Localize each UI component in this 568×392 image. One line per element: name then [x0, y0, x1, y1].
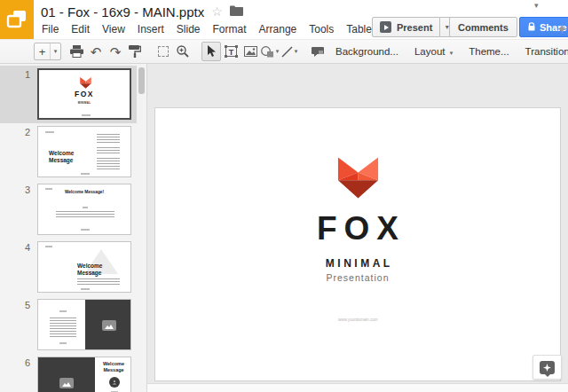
zoom-icon[interactable]	[173, 42, 193, 61]
comments-button[interactable]: Comments	[449, 17, 517, 37]
menu-insert[interactable]: Insert	[138, 23, 164, 35]
google-slides-app: 01 - Fox - 16x9 - MAIN.pptx ☆ File Edit …	[0, 0, 568, 392]
menu-view[interactable]: View	[102, 23, 125, 35]
thumb4-heading: Welcome Message	[77, 263, 111, 277]
insert-image-icon[interactable]	[241, 42, 260, 61]
thumb6-heading: Welcome Message	[99, 361, 129, 372]
menu-file[interactable]: File	[42, 23, 59, 35]
thumb-divider-line	[83, 207, 88, 208]
lock-icon	[528, 22, 535, 33]
slide-number: 2	[0, 126, 30, 137]
new-slide-button[interactable]: +	[35, 43, 50, 59]
folder-icon[interactable]	[230, 4, 243, 20]
star-icon[interactable]: ☆	[211, 5, 223, 18]
thumb-paragraph	[97, 158, 120, 169]
thumb-footer-line	[59, 342, 67, 344]
thumb-paragraph	[50, 318, 76, 337]
image-placeholder-icon	[102, 320, 116, 331]
document-title[interactable]: 01 - Fox - 16x9 - MAIN.pptx	[41, 4, 204, 20]
thumb-footer-line	[81, 288, 90, 290]
toolbar: + ▾ ↶ ↷ T ▾ ▾	[0, 39, 568, 64]
slide-row-3[interactable]: 3 Welcome Message!	[0, 181, 137, 239]
redo-icon[interactable]: ↷	[106, 42, 125, 61]
slide-thumbnail-4[interactable]: Welcome Message	[37, 241, 131, 293]
undo-icon[interactable]: ↶	[86, 42, 106, 61]
slide-thumbnail-3[interactable]: Welcome Message!	[37, 184, 131, 235]
present-button[interactable]: Present	[372, 17, 440, 37]
canvas: FOX MINIMAL Presentation www.yourdomain.…	[147, 64, 568, 392]
explore-icon	[540, 361, 555, 374]
slide-thumbnail-2[interactable]: Welcome Message	[37, 126, 131, 177]
menu-table[interactable]: Table	[346, 23, 372, 35]
content-area: 1 FOX MINIMAL	[0, 64, 568, 392]
title-row: 01 - Fox - 16x9 - MAIN.pptx ☆	[41, 4, 243, 20]
slide-number: 4	[0, 241, 30, 253]
thumb-logo-mark	[45, 246, 52, 247]
thumb1-title: FOX	[39, 90, 130, 98]
thumb-paragraph	[77, 278, 120, 285]
slide-thumbnail-5[interactable]	[37, 299, 131, 350]
insert-line-icon[interactable]: ▾	[280, 42, 299, 61]
canvas-bottom-strip	[147, 383, 568, 392]
slide-editor[interactable]: FOX MINIMAL Presentation www.yourdomain.…	[154, 107, 561, 381]
slide-thumbnail-1[interactable]: FOX MINIMAL	[37, 68, 131, 120]
thumb-paragraph	[97, 134, 120, 145]
paint-format-icon[interactable]	[125, 42, 145, 61]
thumb-footer-line	[81, 229, 90, 231]
print-icon[interactable]	[67, 42, 86, 61]
image-placeholder-icon	[59, 378, 74, 388]
menubar: File Edit View Insert Slide Format Arran…	[42, 23, 426, 35]
avatar-circle	[109, 377, 120, 388]
thumb-footer-line	[82, 114, 91, 116]
insert-comment-icon[interactable]	[308, 42, 327, 61]
thumb2-heading: Welcome Message	[49, 150, 81, 164]
slide-row-5[interactable]: 5	[0, 296, 137, 354]
slide-title-text[interactable]: FOX	[310, 210, 406, 247]
slide-number: 3	[0, 184, 30, 195]
insert-shape-icon[interactable]: ▾	[260, 42, 280, 61]
filmstrip-scrollbar[interactable]	[138, 67, 145, 94]
slide-number: 6	[0, 357, 30, 368]
compass-icon[interactable]	[557, 21, 567, 37]
slide-footer-text[interactable]: www.yourdomain.com	[338, 318, 378, 322]
text-box-icon[interactable]: T	[221, 42, 241, 61]
slide-number: 1	[0, 68, 30, 80]
slide-number: 5	[0, 299, 30, 310]
transition-button[interactable]: Transition...	[517, 46, 568, 57]
thumb-paragraph	[97, 147, 120, 155]
image-panel	[85, 300, 131, 350]
slides-logo-icon[interactable]	[0, 0, 34, 39]
slide-tagline-text[interactable]: Presentation	[327, 272, 390, 283]
present-button-group: Present ▾	[372, 17, 454, 37]
menu-slide[interactable]: Slide	[177, 23, 201, 35]
filmstrip: 1 FOX MINIMAL	[0, 64, 147, 392]
fox-logo[interactable]	[337, 156, 379, 204]
slide-thumbnail-6[interactable]: Welcome Message	[37, 357, 131, 392]
image-panel	[38, 357, 95, 392]
new-slide-dropdown[interactable]: ▾	[50, 43, 60, 59]
thumb3-heading: Welcome Message!	[47, 190, 121, 195]
present-label: Present	[397, 22, 432, 33]
theme-button[interactable]: Theme...	[461, 46, 517, 57]
thumb-footer-line	[81, 173, 90, 175]
slide-row-4[interactable]: 4 Welcome Message	[0, 239, 137, 296]
menu-arrange[interactable]: Arrange	[259, 23, 297, 35]
slide-row-2[interactable]: 2 Welcome Message	[0, 123, 137, 181]
menu-format[interactable]: Format	[213, 23, 247, 35]
thumb1-subtitle: MINIMAL	[62, 102, 107, 105]
slide-subtitle-text[interactable]: MINIMAL	[322, 257, 392, 270]
zoom-fit-icon[interactable]	[154, 42, 173, 61]
new-slide-button-group: + ▾	[34, 43, 61, 60]
menu-edit[interactable]: Edit	[71, 23, 90, 35]
slide-row-1[interactable]: 1 FOX MINIMAL	[0, 66, 137, 123]
layout-button[interactable]: Layout ▾	[406, 46, 461, 57]
background-button[interactable]: Background...	[327, 46, 406, 57]
thumb-logo-mark	[45, 131, 54, 133]
explore-button[interactable]	[532, 355, 562, 380]
window-chevron-icon[interactable]: ▾	[534, 1, 539, 10]
slide-row-6[interactable]: 6 Welcome Message	[0, 354, 137, 392]
select-tool-icon[interactable]	[201, 42, 221, 61]
menu-tools[interactable]: Tools	[309, 23, 334, 35]
thumb-icon-mark	[59, 310, 67, 312]
thumb-paragraph	[56, 211, 114, 218]
